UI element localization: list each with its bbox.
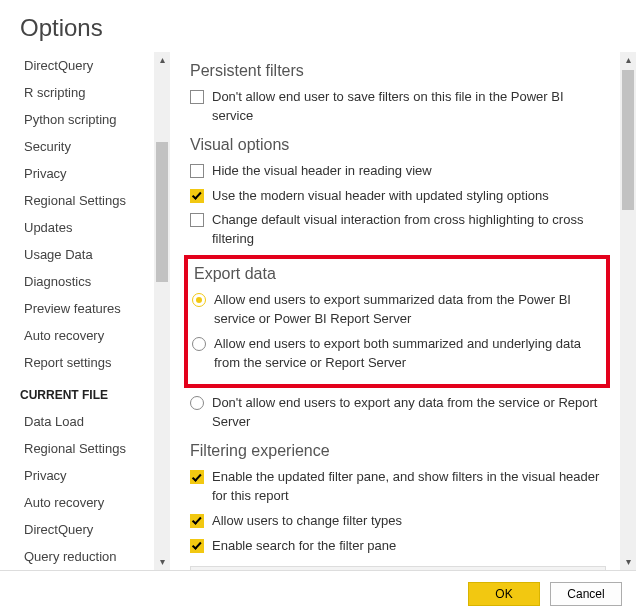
scroll-down-icon[interactable]: ▾ (154, 554, 170, 570)
scroll-up-icon[interactable]: ▴ (154, 52, 170, 68)
scroll-down-icon[interactable]: ▾ (620, 554, 636, 570)
sidebar: DirectQuery R scripting Python scripting… (0, 52, 170, 570)
sidebar-item-directquery[interactable]: DirectQuery (8, 52, 170, 79)
option-modern-visual-header[interactable]: Use the modern visual header with update… (190, 187, 626, 206)
option-persistent-filters-save[interactable]: Don't allow end user to save filters on … (190, 88, 626, 126)
heading-visual-options: Visual options (190, 136, 626, 154)
options-dialog: Options DirectQuery R scripting Python s… (0, 0, 636, 616)
checkbox-icon[interactable] (190, 164, 204, 178)
sidebar-item-auto-recovery[interactable]: Auto recovery (8, 322, 170, 349)
option-label: Allow end users to export both summarize… (214, 335, 582, 373)
sidebar-section-current-file: CURRENT FILE (8, 376, 170, 408)
checkbox-icon[interactable] (190, 189, 204, 203)
option-search-filter-pane[interactable]: Enable search for the filter pane (190, 537, 626, 556)
checkbox-icon[interactable] (190, 90, 204, 104)
cancel-button[interactable]: Cancel (550, 582, 622, 606)
sidebar-item-r-scripting[interactable]: R scripting (8, 79, 170, 106)
sidebar-item-privacy[interactable]: Privacy (8, 160, 170, 187)
scroll-thumb[interactable] (156, 142, 168, 282)
radio-icon[interactable] (192, 293, 206, 307)
dialog-footer: OK Cancel (0, 570, 636, 616)
sidebar-item-security[interactable]: Security (8, 133, 170, 160)
sidebar-item-cf-query-reduction[interactable]: Query reduction (8, 543, 170, 570)
radio-icon[interactable] (190, 396, 204, 410)
sidebar-item-cf-directquery[interactable]: DirectQuery (8, 516, 170, 543)
option-updated-filter-pane[interactable]: Enable the updated filter pane, and show… (190, 468, 626, 506)
heading-filtering-experience: Filtering experience (190, 442, 626, 460)
radio-icon[interactable] (192, 337, 206, 351)
dialog-title: Options (0, 0, 636, 52)
heading-export-data: Export data (194, 265, 602, 283)
option-label: Hide the visual header in reading view (212, 162, 606, 181)
option-export-summarized[interactable]: Allow end users to export summarized dat… (192, 291, 602, 329)
export-data-highlight: Export data Allow end users to export su… (184, 255, 610, 388)
scroll-up-icon[interactable]: ▴ (620, 52, 636, 68)
checkbox-icon[interactable] (190, 470, 204, 484)
heading-persistent-filters: Persistent filters (190, 62, 626, 80)
ok-button[interactable]: OK (468, 582, 540, 606)
content-scrollbar[interactable]: ▴ ▾ (620, 52, 636, 570)
option-label: Don't allow end users to export any data… (212, 394, 606, 432)
option-export-none[interactable]: Don't allow end users to export any data… (190, 394, 626, 432)
sidebar-item-report-settings[interactable]: Report settings (8, 349, 170, 376)
sidebar-item-updates[interactable]: Updates (8, 214, 170, 241)
sidebar-item-cf-regional-settings[interactable]: Regional Settings (8, 435, 170, 462)
sidebar-scrollbar[interactable]: ▴ ▾ (154, 52, 170, 570)
sidebar-item-regional-settings[interactable]: Regional Settings (8, 187, 170, 214)
sidebar-item-usage-data[interactable]: Usage Data (8, 241, 170, 268)
scroll-thumb[interactable] (622, 70, 634, 210)
sidebar-item-cf-data-load[interactable]: Data Load (8, 408, 170, 435)
option-label: Change default visual interaction from c… (212, 211, 606, 249)
checkbox-icon[interactable] (190, 213, 204, 227)
sidebar-item-cf-privacy[interactable]: Privacy (8, 462, 170, 489)
sidebar-item-python-scripting[interactable]: Python scripting (8, 106, 170, 133)
option-cross-filtering[interactable]: Change default visual interaction from c… (190, 211, 626, 249)
option-label: Don't allow end user to save filters on … (212, 88, 606, 126)
checkbox-icon[interactable] (190, 539, 204, 553)
option-label: Enable search for the filter pane (212, 537, 606, 556)
content-pane: Persistent filters Don't allow end user … (170, 52, 636, 570)
option-label: Use the modern visual header with update… (212, 187, 606, 206)
option-label: Enable the updated filter pane, and show… (212, 468, 606, 506)
feedback-banner: i We'd love your feedback on the new fil… (190, 566, 606, 571)
option-change-filter-types[interactable]: Allow users to change filter types (190, 512, 626, 531)
sidebar-item-preview-features[interactable]: Preview features (8, 295, 170, 322)
dialog-body: DirectQuery R scripting Python scripting… (0, 52, 636, 570)
option-label: Allow users to change filter types (212, 512, 606, 531)
option-export-both[interactable]: Allow end users to export both summarize… (192, 335, 602, 373)
sidebar-item-diagnostics[interactable]: Diagnostics (8, 268, 170, 295)
option-hide-visual-header[interactable]: Hide the visual header in reading view (190, 162, 626, 181)
sidebar-item-cf-auto-recovery[interactable]: Auto recovery (8, 489, 170, 516)
checkbox-icon[interactable] (190, 514, 204, 528)
option-label: Allow end users to export summarized dat… (214, 291, 582, 329)
